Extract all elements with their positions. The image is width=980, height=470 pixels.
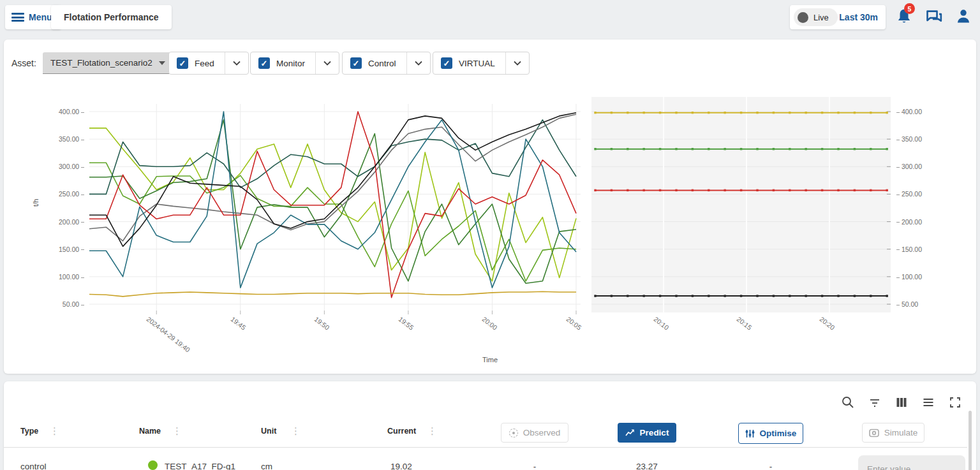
x-tick-label: 20:10 xyxy=(653,315,671,332)
table-toolbar xyxy=(841,395,962,409)
time-range-label[interactable]: Last 30m xyxy=(839,12,878,22)
optimise-button-label: Optimise xyxy=(760,429,797,438)
table-scrollbar[interactable] xyxy=(969,411,972,470)
observed-target-icon xyxy=(509,429,518,437)
cell-current: 19.02 xyxy=(390,462,412,470)
filter-group-monitor: ✓ Monitor xyxy=(250,52,339,75)
predict-button[interactable]: Predict xyxy=(618,423,676,443)
x-tick-label: 19:55 xyxy=(397,315,415,332)
filter-group-control: ✓ Control xyxy=(342,52,431,75)
x-tick-label: 20:20 xyxy=(819,315,836,332)
sliders-icon xyxy=(745,429,755,438)
chevron-down-icon[interactable] xyxy=(225,52,248,74)
chat-icon xyxy=(925,8,943,26)
fullscreen-icon[interactable] xyxy=(948,395,962,409)
x-axis-label: Time xyxy=(458,356,522,364)
messages-button[interactable] xyxy=(925,8,944,27)
signals-table-panel: Type ⋮ Name ⋮ Unit ⋮ Current ⋮ Observed … xyxy=(4,381,976,470)
asset-label: Asset: xyxy=(11,58,36,68)
y-tick-label: 350.00 xyxy=(896,135,922,143)
status-dot xyxy=(148,460,158,470)
predict-button-label: Predict xyxy=(640,428,669,437)
current-column-menu[interactable]: ⋮ xyxy=(427,425,437,437)
unit-column-menu[interactable]: ⋮ xyxy=(291,425,301,437)
observed-button[interactable]: Observed xyxy=(501,423,568,443)
cell-observed: - xyxy=(501,462,568,470)
notification-badge: 5 xyxy=(904,3,915,14)
checkbox-feed[interactable]: ✓ Feed xyxy=(169,52,225,74)
chevron-down-icon[interactable] xyxy=(506,52,529,74)
account-button[interactable] xyxy=(954,8,974,27)
optimise-button[interactable]: Optimise xyxy=(738,423,803,444)
y-tick-label: 350.00 xyxy=(55,135,84,143)
simulate-value-input[interactable] xyxy=(858,455,965,470)
dropdown-triangle-icon xyxy=(159,61,165,65)
filter-label: Control xyxy=(368,59,396,68)
user-icon xyxy=(954,8,972,26)
table-header-row: Type ⋮ Name ⋮ Unit ⋮ Current ⋮ Observed … xyxy=(4,418,967,448)
history-line-chart[interactable] xyxy=(89,96,581,316)
columns-icon[interactable] xyxy=(895,395,909,409)
cell-type: control xyxy=(20,462,47,470)
cell-name: TEST_A17_FD-g1 xyxy=(165,462,235,470)
y-axis-label: t/h xyxy=(32,199,40,207)
checkbox-checked-icon: ✓ xyxy=(350,57,362,69)
x-tick-label: 20:00 xyxy=(481,315,499,332)
asset-filter-row: Asset: TEST_Flotation_scenario2 xyxy=(11,51,173,75)
time-range-control: Live Last 30m xyxy=(790,5,886,29)
x-tick-label: 19:50 xyxy=(313,315,331,332)
simulate-button-label: Simulate xyxy=(884,428,918,437)
chevron-down-icon[interactable] xyxy=(407,52,430,74)
filter-label: Feed xyxy=(195,59,214,68)
asset-select-value: TEST_Flotation_scenario2 xyxy=(50,58,152,68)
filter-icon[interactable] xyxy=(868,395,882,409)
observed-button-label: Observed xyxy=(523,428,561,437)
row-density-icon[interactable] xyxy=(921,395,935,409)
y-tick-label: 200.00 xyxy=(55,218,84,226)
simulate-button[interactable]: Simulate xyxy=(862,423,924,443)
y-tick-label: 100.00 xyxy=(896,273,922,281)
menu-label: Menu xyxy=(29,12,52,22)
notifications-button[interactable]: 5 xyxy=(895,8,914,27)
checkbox-checked-icon: ✓ xyxy=(441,57,452,69)
checkbox-checked-icon: ✓ xyxy=(258,57,270,69)
y-tick-label: 50.00 xyxy=(55,300,84,308)
forecast-line-chart[interactable] xyxy=(590,96,892,316)
x-tick-label: 2024-04-29 19:40 xyxy=(145,315,192,353)
search-icon[interactable] xyxy=(841,395,855,409)
checkbox-checked-icon: ✓ xyxy=(177,57,188,69)
y-tick-label: 250.00 xyxy=(896,190,922,198)
top-bar: Menu Flotation Performance Live Last 30m… xyxy=(0,0,980,36)
filter-label: VIRTUAL xyxy=(459,59,495,68)
asset-select[interactable]: TEST_Flotation_scenario2 xyxy=(43,52,173,74)
name-column-menu[interactable]: ⋮ xyxy=(172,425,182,437)
y-tick-label: 400.00 xyxy=(55,108,84,115)
column-header-current: Current xyxy=(387,427,416,436)
type-column-menu[interactable]: ⋮ xyxy=(50,425,59,437)
y-tick-label: 100.00 xyxy=(55,273,84,281)
page-title: Flotation Performance xyxy=(64,12,159,22)
column-header-unit: Unit xyxy=(261,427,276,436)
column-header-name: Name xyxy=(139,427,161,436)
checkbox-virtual[interactable]: ✓ VIRTUAL xyxy=(433,52,505,74)
y-tick-label: 150.00 xyxy=(55,246,84,253)
filter-label: Monitor xyxy=(276,59,305,68)
simulate-icon xyxy=(869,429,879,437)
x-tick-label: 20:15 xyxy=(736,315,754,332)
chart-panel: Asset: TEST_Flotation_scenario2 ✓ Feed ✓… xyxy=(4,40,976,374)
checkbox-control[interactable]: ✓ Control xyxy=(343,52,406,74)
column-header-type: Type xyxy=(20,427,38,436)
chevron-down-icon[interactable] xyxy=(316,52,339,74)
y-tick-label: 200.00 xyxy=(896,218,922,226)
filter-group-feed: ✓ Feed xyxy=(168,52,249,75)
trending-up-icon xyxy=(625,429,635,437)
checkbox-monitor[interactable]: ✓ Monitor xyxy=(251,52,315,74)
y-tick-label: 150.00 xyxy=(896,246,922,253)
table-row[interactable]: control TEST_A17_FD-g1 cm 19.02 - 23.27 … xyxy=(4,448,967,470)
y-tick-label: 400.00 xyxy=(896,108,922,115)
y-tick-label: 300.00 xyxy=(896,163,922,170)
live-toggle[interactable]: Live xyxy=(794,8,838,26)
page-title-tab[interactable]: Flotation Performance xyxy=(51,5,172,29)
cell-unit: cm xyxy=(261,462,272,470)
y-tick-label: 250.00 xyxy=(55,190,84,198)
